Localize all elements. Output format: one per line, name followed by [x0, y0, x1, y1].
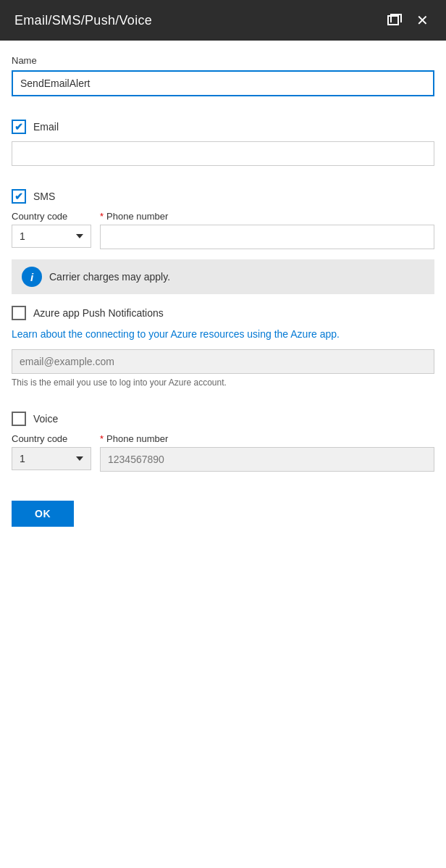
sms-label: SMS	[33, 191, 55, 202]
required-indicator: *	[100, 211, 104, 222]
voice-country-label: Country code	[12, 433, 91, 444]
name-label: Name	[12, 55, 434, 66]
voice-label: Voice	[33, 413, 58, 425]
name-section: Name	[12, 55, 434, 96]
voice-phone-label: *Phone number	[100, 433, 434, 444]
sms-section: ✔ SMS Country code 1 *Phone number i	[12, 189, 434, 294]
sms-checkbox-row: ✔ SMS	[12, 189, 434, 204]
dialog-content: Name ✔ Email ✔ SMS Country code 1	[0, 41, 446, 541]
email-input[interactable]	[12, 141, 434, 166]
chevron-down-icon	[76, 456, 83, 461]
sms-country-label: Country code	[12, 211, 91, 222]
restore-icon	[387, 15, 399, 25]
push-checkbox-row: Azure app Push Notifications	[12, 306, 434, 320]
sms-checkbox[interactable]: ✔	[12, 189, 26, 204]
name-input[interactable]	[12, 70, 434, 96]
email-checkbox[interactable]: ✔	[12, 120, 26, 134]
sms-phone-input[interactable]	[100, 225, 434, 249]
checkmark-icon: ✔	[14, 121, 23, 133]
voice-checkbox[interactable]	[12, 412, 26, 426]
checkmark-icon: ✔	[14, 191, 23, 202]
sms-country-group: Country code 1	[12, 211, 91, 248]
dialog-title: Email/SMS/Push/Voice	[14, 13, 152, 28]
voice-checkbox-row: Voice	[12, 412, 434, 426]
close-icon: ✕	[416, 13, 429, 28]
email-label: Email	[33, 121, 59, 133]
close-button[interactable]: ✕	[413, 10, 432, 30]
email-checkbox-row: ✔ Email	[12, 120, 434, 134]
dialog-header: Email/SMS/Push/Voice ✕	[0, 0, 446, 41]
push-help-text: This is the email you use to log into yo…	[12, 377, 434, 389]
email-section: ✔ Email	[12, 120, 434, 166]
voice-country-group: Country code 1	[12, 433, 91, 470]
ok-button[interactable]: OK	[12, 501, 74, 527]
voice-phone-input[interactable]	[100, 447, 434, 472]
restore-button[interactable]	[384, 12, 402, 28]
window-controls: ✕	[384, 10, 432, 30]
voice-phone-row: Country code 1 *Phone number	[12, 433, 434, 472]
voice-country-select[interactable]: 1	[12, 447, 91, 470]
carrier-info-banner: i Carrier charges may apply.	[12, 259, 434, 294]
push-section: Azure app Push Notifications Learn about…	[12, 306, 434, 388]
voice-section: Voice Country code 1 *Phone number	[12, 412, 434, 472]
sms-phone-label: *Phone number	[100, 211, 434, 222]
sms-phone-row: Country code 1 *Phone number	[12, 211, 434, 249]
push-checkbox[interactable]	[12, 306, 26, 320]
azure-app-link[interactable]: Learn about the connecting to your Azure…	[12, 327, 434, 342]
chevron-down-icon	[76, 234, 83, 238]
carrier-info-text: Carrier charges may apply.	[49, 271, 170, 283]
push-label: Azure app Push Notifications	[33, 307, 164, 319]
voice-phone-group: *Phone number	[100, 433, 434, 472]
sms-phone-group: *Phone number	[100, 211, 434, 249]
sms-country-value: 1	[20, 230, 70, 242]
voice-country-value: 1	[20, 453, 70, 464]
sms-country-select[interactable]: 1	[12, 225, 91, 248]
required-indicator: *	[100, 433, 104, 444]
info-icon: i	[22, 267, 42, 287]
push-email-input[interactable]	[12, 349, 434, 374]
